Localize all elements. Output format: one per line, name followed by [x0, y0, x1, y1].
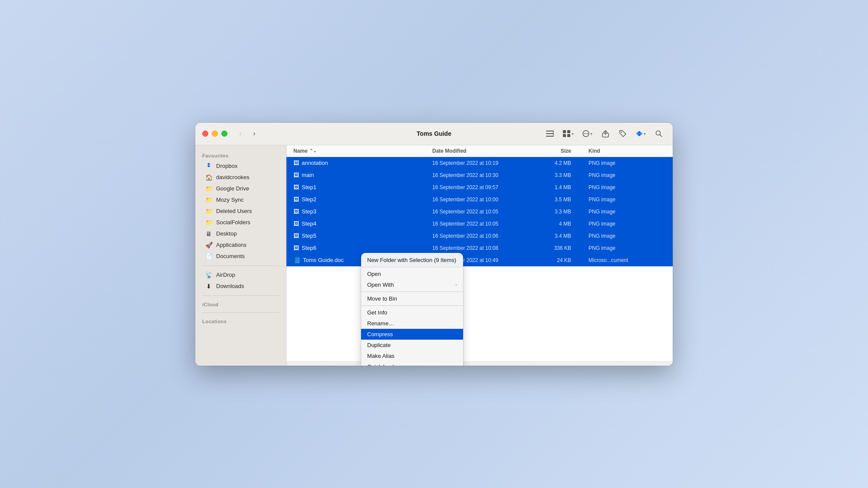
- horizontal-scrollbar[interactable]: [286, 361, 673, 366]
- file-size: 336 KB: [536, 245, 571, 251]
- file-kind: PNG image: [571, 233, 666, 239]
- table-row[interactable]: 🖼 Step2 16 September 2022 at 10:00 3.5 M…: [286, 193, 673, 206]
- file-list[interactable]: 🖼 annotation 16 September 2022 at 10:19 …: [286, 157, 673, 361]
- icloud-divider: [202, 295, 279, 296]
- context-menu-item[interactable]: Quick Look: [361, 361, 463, 366]
- svg-rect-4: [567, 130, 570, 133]
- file-icon: 🖼: [293, 233, 299, 239]
- window-title: Toms Guide: [417, 130, 451, 137]
- action-chevron: ▾: [590, 131, 592, 136]
- file-icon: 🖼: [293, 245, 299, 251]
- column-header-date[interactable]: Date Modified: [432, 148, 536, 154]
- column-header-name[interactable]: Name ⌃⌄: [293, 148, 432, 154]
- file-date: 16 September 2022 at 09:57: [432, 184, 536, 190]
- sidebar-item-deletedusers-label: Deleted Users: [216, 208, 252, 214]
- sidebar-item-davidcrookes[interactable]: 🏠 davidcrookes: [198, 172, 283, 183]
- file-kind: Microsо...cument: [571, 257, 666, 263]
- column-header-kind[interactable]: Kind: [571, 148, 666, 154]
- file-kind: PNG image: [571, 209, 666, 215]
- sidebar-item-mozysync[interactable]: 📁 Mozy Sync: [198, 194, 283, 206]
- file-name: Step1: [302, 184, 316, 190]
- context-menu-item-label: Move to Bin: [367, 295, 397, 302]
- sidebar-item-googledrive-label: Google Drive: [216, 185, 249, 192]
- dropbox-button[interactable]: ▾: [633, 129, 648, 138]
- context-menu-item[interactable]: Compress: [361, 329, 463, 340]
- file-name: Step6: [302, 245, 316, 251]
- table-row[interactable]: 🖼 Step1 16 September 2022 at 09:57 1.4 M…: [286, 181, 673, 193]
- table-row[interactable]: 🖼 Step3 16 September 2022 at 10:05 3.3 M…: [286, 206, 673, 218]
- column-header-size[interactable]: Size: [536, 148, 571, 154]
- window-body: Favourites Dropbox 🏠 davidcrookes 📁 Goog…: [195, 145, 673, 366]
- minimize-button[interactable]: [212, 131, 218, 137]
- close-button[interactable]: [202, 131, 208, 137]
- folder-icon-mozysync: 📁: [205, 197, 213, 203]
- back-button[interactable]: ‹: [234, 128, 247, 140]
- grid-view-chevron: ▾: [572, 131, 574, 136]
- share-button[interactable]: [598, 128, 612, 140]
- context-menu-item[interactable]: New Folder with Selection (9 Items): [361, 255, 463, 265]
- file-date: 16 September 2022 at 10:00: [432, 197, 536, 203]
- sidebar-item-documents[interactable]: 📄 Documents: [198, 251, 283, 262]
- sidebar-item-googledrive[interactable]: 📁 Google Drive: [198, 183, 283, 194]
- context-menu-item[interactable]: Move to Bin: [361, 293, 463, 304]
- table-row[interactable]: 🖼 Step5 16 September 2022 at 10:06 3.4 M…: [286, 230, 673, 242]
- file-kind: PNG image: [571, 172, 666, 178]
- table-row[interactable]: 🖼 annotation 16 September 2022 at 10:19 …: [286, 157, 673, 169]
- svg-rect-5: [563, 134, 566, 137]
- sidebar-item-applications[interactable]: 🚀 Applications: [198, 239, 283, 251]
- search-button[interactable]: [652, 128, 666, 140]
- fullscreen-button[interactable]: [221, 131, 227, 137]
- airdrop-icon: 📡: [205, 272, 213, 278]
- file-icon: 🖼: [293, 172, 299, 178]
- sidebar-item-airdrop[interactable]: 📡 AirDrop: [198, 269, 283, 281]
- file-list-header: Name ⌃⌄ Date Modified Size Kind: [286, 145, 673, 157]
- file-size: 4 MB: [536, 221, 571, 227]
- table-row[interactable]: 🖼 main 16 September 2022 at 10:30 3.3 MB…: [286, 169, 673, 181]
- file-size: 3.3 MB: [536, 172, 571, 178]
- main-content: Name ⌃⌄ Date Modified Size Kind 🖼 annota…: [286, 145, 673, 366]
- svg-line-14: [660, 135, 662, 137]
- file-date: 16 September 2022 at 10:05: [432, 221, 536, 227]
- table-row[interactable]: 🖼 Step4 16 September 2022 at 10:05 4 MB …: [286, 218, 673, 230]
- context-menu-item[interactable]: Duplicate: [361, 340, 463, 350]
- svg-point-10: [587, 133, 588, 134]
- file-date: 16 September 2022 at 10:08: [432, 245, 536, 251]
- file-name: Step5: [302, 233, 316, 239]
- sidebar-item-desktop[interactable]: 🖥 Desktop: [198, 228, 283, 239]
- nav-buttons: ‹ ›: [234, 128, 260, 140]
- context-menu-item-label: Compress: [367, 331, 393, 337]
- sidebar-item-davidcrookes-label: davidcrookes: [216, 174, 250, 180]
- context-menu-item[interactable]: Open: [361, 269, 463, 279]
- context-menu-item[interactable]: Rename…: [361, 318, 463, 329]
- toolbar-right: ▾ ▾: [543, 128, 666, 140]
- traffic-lights: [202, 131, 227, 137]
- action-button[interactable]: ▾: [580, 129, 595, 138]
- svg-point-8: [584, 133, 585, 134]
- context-menu: New Folder with Selection (9 Items) Open…: [361, 253, 463, 366]
- context-menu-item[interactable]: Open With ›: [361, 279, 463, 290]
- context-menu-item-label: New Folder with Selection (9 Items): [367, 257, 456, 263]
- file-kind: PNG image: [571, 160, 666, 166]
- file-kind: PNG image: [571, 184, 666, 190]
- context-menu-item[interactable]: Make Alias: [361, 350, 463, 361]
- sidebar-item-applications-label: Applications: [216, 242, 247, 248]
- context-menu-item[interactable]: Get Info: [361, 307, 463, 318]
- tag-button[interactable]: [616, 128, 630, 140]
- list-view-button[interactable]: [543, 128, 557, 140]
- table-row[interactable]: 📘 Toms Guide.doc 16 September 2022 at 10…: [286, 254, 673, 266]
- file-icon: 🖼: [293, 208, 299, 215]
- dropbox-icon: [205, 162, 213, 170]
- grid-view-button[interactable]: ▾: [560, 129, 576, 138]
- context-menu-item-label: Quick Look: [367, 364, 395, 366]
- table-row[interactable]: 🖼 Step6 16 September 2022 at 10:08 336 K…: [286, 242, 673, 254]
- file-date: 16 September 2022 at 10:06: [432, 233, 536, 239]
- sidebar-item-socialfolders[interactable]: 📁 SocialFolders: [198, 217, 283, 228]
- forward-button[interactable]: ›: [248, 128, 260, 140]
- sidebar-item-dropbox[interactable]: Dropbox: [198, 160, 283, 172]
- sidebar-item-downloads[interactable]: ⬇ Downloads: [198, 281, 283, 292]
- context-menu-item-label: Duplicate: [367, 342, 391, 348]
- icloud-label: iCloud: [195, 299, 286, 309]
- file-size: 3.3 MB: [536, 209, 571, 215]
- applications-icon: 🚀: [205, 242, 213, 249]
- sidebar-item-deletedusers[interactable]: 📁 Deleted Users: [198, 206, 283, 217]
